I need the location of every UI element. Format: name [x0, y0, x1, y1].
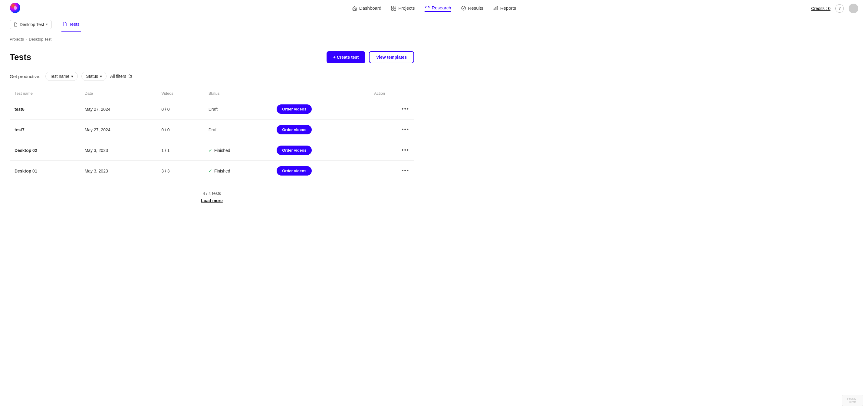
bar-chart-icon — [493, 5, 498, 11]
test-date-cell: May 3, 2023 — [80, 140, 157, 161]
col-test-name: Test name — [10, 88, 80, 99]
view-templates-button[interactable]: View templates — [369, 51, 414, 63]
svg-rect-2 — [392, 6, 394, 7]
nav-dashboard[interactable]: Dashboard — [352, 5, 381, 11]
page-title: Tests — [10, 52, 31, 62]
filters-row: Get productive. Test name ▾ Status ▾ All… — [10, 72, 414, 81]
status-draft: Draft — [209, 107, 218, 112]
tab-tests[interactable]: Tests — [61, 17, 81, 32]
test-videos-cell: 0 / 0 — [156, 120, 204, 140]
action-menu-button[interactable]: ••• — [402, 147, 409, 153]
nav-reports[interactable]: Reports — [493, 5, 516, 11]
check-icon: ✓ — [209, 168, 213, 174]
project-selector[interactable]: Desktop Test ▾ — [10, 20, 52, 29]
col-videos: Videos — [156, 88, 204, 99]
svg-rect-3 — [394, 6, 396, 7]
table-row: Desktop 02 May 3, 2023 1 / 1 ✓Finished O… — [10, 140, 414, 161]
col-action: Action — [369, 88, 414, 99]
file-icon — [13, 22, 18, 27]
check-circle-icon — [461, 5, 466, 11]
order-videos-button[interactable]: Order videos — [277, 166, 312, 176]
table-row: Desktop 01 May 3, 2023 3 / 3 ✓Finished O… — [10, 161, 414, 181]
nav-results[interactable]: Results — [461, 5, 483, 11]
grid-icon — [391, 5, 397, 11]
home-icon — [352, 5, 358, 11]
svg-rect-5 — [394, 8, 396, 10]
test-action-cell: ••• — [369, 120, 414, 140]
tests-table: Test name Date Videos Status Action test… — [10, 88, 414, 181]
page-content: Tests + Create test View templates Get p… — [0, 44, 424, 210]
check-icon: ✓ — [209, 148, 213, 153]
test-status-cell: Draft — [204, 99, 272, 120]
filter-prompt: Get productive. — [10, 74, 40, 79]
svg-rect-8 — [495, 7, 496, 10]
breadcrumb-projects[interactable]: Projects — [10, 37, 24, 41]
test-name-cell: test7 — [10, 120, 80, 140]
svg-point-12 — [129, 75, 130, 76]
status-finished: ✓Finished — [209, 168, 267, 174]
svg-rect-7 — [494, 8, 495, 10]
test-videos-cell: 0 / 0 — [156, 99, 204, 120]
test-date-cell: May 27, 2024 — [80, 120, 157, 140]
svg-rect-4 — [392, 8, 394, 10]
help-button[interactable]: ? — [835, 4, 844, 13]
table-body: test6 May 27, 2024 0 / 0 Draft Order vid… — [10, 99, 414, 181]
secondary-nav: Desktop Test ▾ Tests — [0, 17, 868, 32]
action-menu-button[interactable]: ••• — [402, 106, 409, 112]
table-row: test7 May 27, 2024 0 / 0 Draft Order vid… — [10, 120, 414, 140]
credits-link[interactable]: Credits : 0 — [811, 6, 831, 11]
test-status-cell: ✓Finished — [204, 161, 272, 181]
breadcrumb: Projects › Desktop Test — [0, 32, 868, 44]
test-videos-cell: 3 / 3 — [156, 161, 204, 181]
test-status-cell: Draft — [204, 120, 272, 140]
order-videos-button[interactable]: Order videos — [277, 125, 312, 134]
doc-icon — [63, 22, 67, 26]
nav-right: Credits : 0 ? — [811, 4, 858, 13]
create-test-button[interactable]: + Create test — [327, 51, 365, 63]
action-menu-button[interactable]: ••• — [402, 168, 409, 174]
breadcrumb-separator: › — [26, 37, 27, 41]
test-name-cell: Desktop 02 — [10, 140, 80, 161]
col-date: Date — [80, 88, 157, 99]
pagination: 4 / 4 tests Load more — [10, 191, 414, 203]
breadcrumb-current: Desktop Test — [29, 37, 52, 41]
col-status: Status — [204, 88, 272, 99]
filter-status[interactable]: Status ▾ — [82, 72, 106, 81]
col-order — [272, 88, 369, 99]
nav-research[interactable]: Research — [424, 5, 451, 12]
chevron-down-icon: ▾ — [46, 22, 48, 26]
test-name-cell: test6 — [10, 99, 80, 120]
avatar[interactable] — [849, 4, 858, 13]
test-videos-cell: 1 / 1 — [156, 140, 204, 161]
nav-projects[interactable]: Projects — [391, 5, 415, 11]
header-actions: + Create test View templates — [327, 51, 414, 63]
sliders-icon — [128, 74, 133, 79]
test-action-cell: ••• — [369, 140, 414, 161]
test-order-cell: Order videos — [272, 120, 369, 140]
test-date-cell: May 3, 2023 — [80, 161, 157, 181]
load-more-link[interactable]: Load more — [201, 198, 223, 203]
all-filters-button[interactable]: All filters — [110, 74, 133, 79]
table-row: test6 May 27, 2024 0 / 0 Draft Order vid… — [10, 99, 414, 120]
order-videos-button[interactable]: Order videos — [277, 104, 312, 114]
refresh-icon — [424, 5, 430, 10]
page-header: Tests + Create test View templates — [10, 51, 414, 63]
test-status-cell: ✓Finished — [204, 140, 272, 161]
top-navigation: Dashboard Projects Research Results — [0, 0, 868, 17]
status-finished: ✓Finished — [209, 148, 267, 153]
table-header: Test name Date Videos Status Action — [10, 88, 414, 99]
order-videos-button[interactable]: Order videos — [277, 146, 312, 155]
filter-test-name[interactable]: Test name ▾ — [45, 72, 78, 81]
action-menu-button[interactable]: ••• — [402, 127, 409, 132]
nav-center: Dashboard Projects Research Results — [352, 5, 516, 12]
logo[interactable] — [10, 2, 21, 14]
test-order-cell: Order videos — [272, 161, 369, 181]
pagination-count: 4 / 4 tests — [10, 191, 414, 196]
chevron-down-icon: ▾ — [100, 74, 102, 79]
test-order-cell: Order videos — [272, 140, 369, 161]
svg-point-13 — [131, 76, 132, 78]
test-action-cell: ••• — [369, 99, 414, 120]
svg-rect-9 — [497, 6, 498, 10]
test-name-cell: Desktop 01 — [10, 161, 80, 181]
test-date-cell: May 27, 2024 — [80, 99, 157, 120]
